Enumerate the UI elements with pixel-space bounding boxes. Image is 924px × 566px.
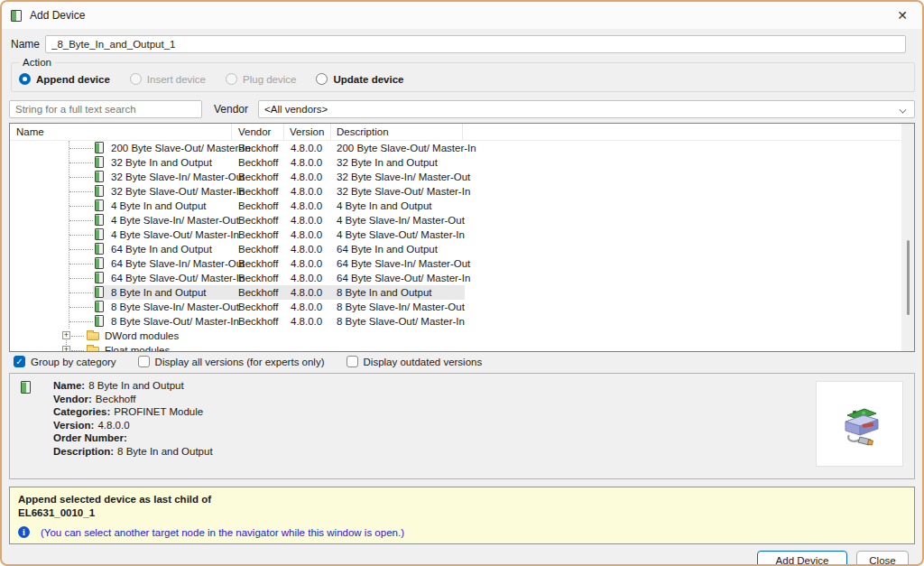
name-label: Name bbox=[11, 38, 45, 51]
tree-connector bbox=[69, 148, 93, 149]
detail-field-label: Name: bbox=[53, 380, 85, 391]
checkbox-icon bbox=[138, 356, 150, 367]
device-version-cell: 4.8.0.0 bbox=[291, 229, 322, 240]
module-icon bbox=[95, 315, 104, 327]
device-version-cell: 4.8.0.0 bbox=[291, 157, 322, 168]
device-version-cell: 4.8.0.0 bbox=[291, 258, 322, 269]
device-description-cell: 8 Byte Slave-Out/ Master-In bbox=[337, 316, 465, 327]
checkbox-icon bbox=[346, 356, 358, 367]
device-vendor-cell: Beckhoff bbox=[238, 258, 279, 269]
category-folder-row[interactable]: + Float modules bbox=[10, 343, 914, 351]
device-row[interactable]: 64 Byte In and Output Beckhoff 4.8.0.0 6… bbox=[10, 242, 914, 256]
column-header-vendor[interactable]: Vendor bbox=[232, 124, 284, 140]
device-table: Name Vendor Version Description 200 Byte… bbox=[9, 123, 915, 352]
vendor-label: Vendor bbox=[209, 103, 253, 116]
info-note-row: i (You can select another target node in… bbox=[18, 526, 905, 538]
tree-connector bbox=[69, 307, 93, 308]
device-row[interactable]: 8 Byte Slave-Out/ Master-In Beckhoff 4.8… bbox=[10, 314, 914, 329]
module-icon bbox=[95, 286, 104, 298]
device-version-cell: 4.8.0.0 bbox=[291, 244, 322, 255]
detail-field-value: Beckhoff bbox=[96, 394, 136, 404]
folder-icon bbox=[87, 347, 99, 351]
tree-connector bbox=[69, 191, 93, 192]
tree-connector bbox=[69, 235, 93, 236]
window-title: Add Device bbox=[30, 9, 85, 22]
device-row[interactable]: 4 Byte Slave-In/ Master-Out Beckhoff 4.8… bbox=[10, 213, 914, 227]
detail-fields: Name:8 Byte In and Output Vendor:Beckhof… bbox=[53, 380, 213, 459]
device-row[interactable]: 32 Byte Slave-In/ Master-Out Beckhoff 4.… bbox=[10, 170, 914, 184]
device-vendor-cell: Beckhoff bbox=[238, 273, 279, 283]
column-header-name[interactable]: Name bbox=[10, 124, 232, 140]
device-version-cell: 4.8.0.0 bbox=[291, 273, 322, 283]
search-input[interactable] bbox=[9, 100, 202, 118]
detail-field-value: 4.8.0.0 bbox=[97, 420, 129, 431]
device-row[interactable]: 64 Byte Slave-In/ Master-Out Beckhoff 4.… bbox=[10, 256, 914, 271]
device-version-cell: 4.8.0.0 bbox=[291, 215, 322, 226]
tree-connector bbox=[69, 321, 93, 322]
checkbox-option[interactable]: ✓ Group by category bbox=[14, 356, 116, 367]
tree-connector bbox=[71, 336, 84, 337]
module-icon bbox=[21, 381, 31, 394]
module-icon bbox=[95, 199, 104, 211]
tree-connector bbox=[71, 350, 84, 351]
category-folder-row[interactable]: + DWord modules bbox=[10, 329, 914, 343]
device-row[interactable]: 8 Byte In and Output Beckhoff 4.8.0.0 8 … bbox=[10, 285, 914, 300]
name-input[interactable] bbox=[45, 35, 906, 53]
expand-icon[interactable]: + bbox=[62, 331, 70, 339]
device-version-cell: 4.8.0.0 bbox=[291, 172, 322, 182]
action-radio-option: Insert device bbox=[130, 73, 206, 85]
column-header-description[interactable]: Description bbox=[331, 124, 463, 140]
target-node-name: EL6631_0010_1 bbox=[18, 506, 905, 520]
vendor-dropdown[interactable]: <All vendors> bbox=[258, 100, 915, 118]
add-device-button[interactable]: Add Device bbox=[757, 551, 847, 566]
device-version-cell: 4.8.0.0 bbox=[291, 143, 322, 153]
module-icon bbox=[95, 243, 104, 255]
device-name-cell: 200 Byte Slave-Out/ Master-In bbox=[111, 143, 251, 153]
device-row[interactable]: 32 Byte In and Output Beckhoff 4.8.0.0 3… bbox=[10, 155, 914, 170]
radio-icon bbox=[316, 73, 328, 85]
close-icon[interactable]: ✕ bbox=[893, 7, 911, 23]
folder-label: DWord modules bbox=[105, 330, 179, 341]
tree-connector bbox=[69, 206, 93, 207]
radio-icon bbox=[226, 73, 237, 85]
expand-icon[interactable]: + bbox=[62, 346, 70, 351]
detail-field-label: Categories: bbox=[53, 406, 110, 417]
checkbox-option[interactable]: Display outdated versions bbox=[346, 356, 483, 367]
device-vendor-cell: Beckhoff bbox=[238, 215, 279, 226]
detail-field: Categories:PROFINET Module bbox=[53, 406, 213, 420]
radio-icon bbox=[130, 73, 142, 85]
device-row[interactable]: 4 Byte In and Output Beckhoff 4.8.0.0 4 … bbox=[10, 199, 914, 213]
add-device-dialog: Add Device ✕ Name Action Append device I… bbox=[0, 0, 924, 566]
device-vendor-cell: Beckhoff bbox=[238, 244, 279, 255]
device-row[interactable]: 8 Byte Slave-In/ Master-Out Beckhoff 4.8… bbox=[10, 300, 914, 314]
radio-label: Append device bbox=[36, 74, 110, 85]
titlebar: Add Device ✕ bbox=[2, 2, 922, 29]
tree-connector bbox=[69, 249, 93, 250]
device-row[interactable]: 64 Byte Slave-Out/ Master-In Beckhoff 4.… bbox=[10, 271, 914, 285]
device-name-cell: 8 Byte In and Output bbox=[111, 287, 207, 298]
device-row[interactable]: 200 Byte Slave-Out/ Master-In Beckhoff 4… bbox=[10, 141, 914, 155]
tree-connector bbox=[69, 292, 93, 293]
detail-field: Name:8 Byte In and Output bbox=[53, 380, 213, 394]
device-tree-body: 200 Byte Slave-Out/ Master-In Beckhoff 4… bbox=[10, 141, 914, 351]
checkbox-label: Group by category bbox=[31, 357, 116, 367]
device-row[interactable]: 32 Byte Slave-Out/ Master-In Beckhoff 4.… bbox=[10, 184, 914, 199]
close-button[interactable]: Close bbox=[856, 551, 909, 566]
device-row[interactable]: 4 Byte Slave-Out/ Master-In Beckhoff 4.8… bbox=[10, 227, 914, 242]
column-header-version[interactable]: Version bbox=[284, 124, 331, 140]
checkbox-option[interactable]: Display all versions (for experts only) bbox=[138, 356, 325, 367]
footer: Add Device Close bbox=[2, 544, 922, 566]
device-description-cell: 64 Byte Slave-Out/ Master-In bbox=[337, 273, 470, 283]
scrollbar-thumb[interactable] bbox=[907, 240, 910, 315]
detail-field: Version:4.8.0.0 bbox=[53, 420, 213, 433]
folder-icon bbox=[87, 332, 99, 340]
checkbox-icon: ✓ bbox=[14, 356, 25, 367]
chevron-down-icon bbox=[900, 106, 907, 113]
device-description-cell: 4 Byte Slave-Out/ Master-In bbox=[337, 229, 465, 240]
action-group: Action Append device Insert device Plug … bbox=[11, 62, 915, 92]
vertical-scrollbar[interactable] bbox=[901, 124, 914, 351]
device-table-header: Name Vendor Version Description bbox=[10, 124, 914, 141]
target-info-line1: Append selected device as last child of bbox=[18, 493, 905, 506]
action-radio-option[interactable]: Update device bbox=[316, 73, 403, 85]
action-radio-option[interactable]: Append device bbox=[19, 73, 110, 85]
